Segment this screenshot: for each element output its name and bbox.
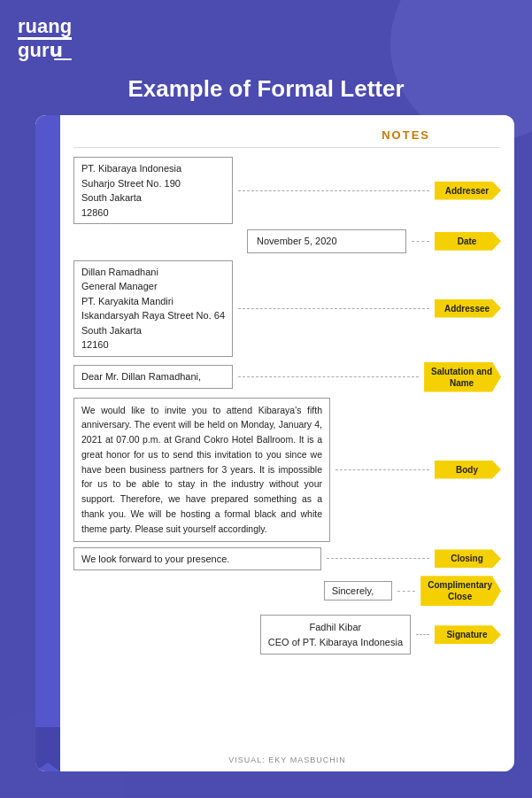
- date-row: November 5, 2020 Date: [73, 229, 501, 253]
- bookmark-bottom: [35, 727, 60, 771]
- body-content: We would like to invite you to attend Ki…: [73, 398, 330, 542]
- closing-row: We look forward to your presence. Closin…: [73, 547, 501, 571]
- logo-line1: ruang: [18, 16, 72, 40]
- closing-label: Closing: [435, 549, 501, 568]
- complimentary-row: Sincerely, Complimentary Close: [73, 576, 501, 606]
- addresser-dash: [238, 190, 429, 191]
- signature-dash: [416, 634, 429, 635]
- signature-content: Fadhil Kibar CEO of PT. Kibaraya Indones…: [260, 615, 411, 655]
- addressee-row: Dillan Ramadhani General Manager PT. Kar…: [73, 260, 501, 357]
- date-content: November 5, 2020: [247, 229, 406, 253]
- bookmark: [35, 115, 60, 771]
- salutation-label: Salutation and Name: [424, 362, 501, 392]
- body-row: We would like to invite you to attend Ki…: [73, 398, 501, 542]
- addresser-row: PT. Kibaraya Indonesia Suharjo Street No…: [73, 157, 501, 224]
- date-label: Date: [435, 232, 501, 251]
- body-label: Body: [435, 461, 501, 479]
- complimentary-label: Complimentary Close: [420, 576, 501, 606]
- credits: VISUAL: EKY MASBUCHIN: [60, 755, 514, 764]
- salutation-row: Dear Mr. Dillan Ramadhani, Salutation an…: [73, 362, 501, 392]
- salutation-content: Dear Mr. Dillan Ramadhani,: [73, 365, 233, 389]
- card-inner: NOTES PT. Kibaraya Indonesia Suharjo Str…: [60, 115, 514, 771]
- addresser-label: Addresser: [435, 182, 501, 200]
- complimentary-content: Sincerely,: [324, 581, 392, 600]
- closing-content: We look forward to your presence.: [73, 547, 321, 571]
- page-title: Example of Formal Letter: [0, 75, 532, 103]
- logo: ruang guru͟: [18, 16, 72, 61]
- logo-line2: guru: [18, 39, 63, 61]
- notes-header: NOTES: [73, 128, 501, 148]
- main-card: NOTES PT. Kibaraya Indonesia Suharjo Str…: [35, 115, 514, 771]
- complimentary-dash: [397, 591, 415, 592]
- addresser-content: PT. Kibaraya Indonesia Suharjo Street No…: [73, 157, 233, 224]
- addressee-content: Dillan Ramadhani General Manager PT. Kar…: [73, 260, 233, 357]
- signature-row: Fadhil Kibar CEO of PT. Kibaraya Indones…: [73, 615, 501, 655]
- date-dash: [412, 241, 429, 242]
- addressee-label: Addressee: [435, 299, 501, 318]
- body-dash: [335, 469, 429, 470]
- addressee-dash: [238, 308, 429, 309]
- signature-label: Signature: [435, 625, 501, 644]
- salutation-dash: [238, 376, 419, 377]
- closing-dash: [327, 558, 429, 559]
